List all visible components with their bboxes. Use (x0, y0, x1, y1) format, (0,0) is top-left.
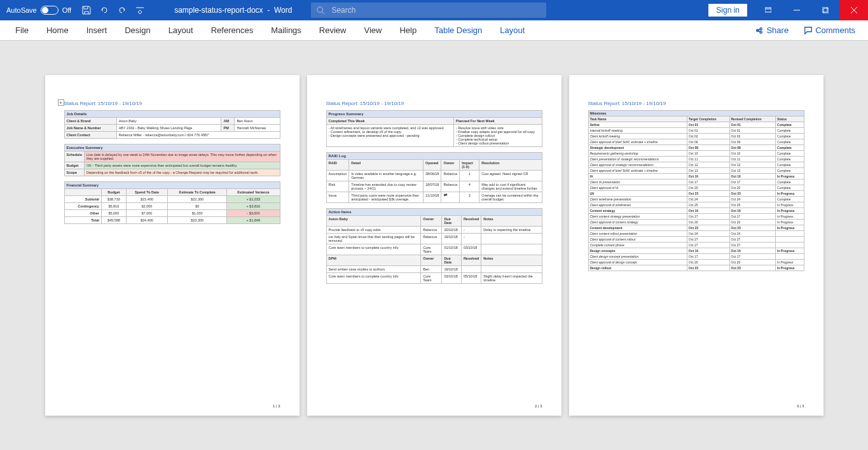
financial-summary-table[interactable]: Financial Summary BudgetSpend To DateEst… (64, 181, 280, 224)
page-number: 3 | 3 (797, 404, 804, 408)
page-number: 1 | 3 (273, 404, 280, 408)
save-icon[interactable] (81, 5, 92, 15)
page-1: + Status Report: 15/10/19 - 19/10/19 Job… (45, 75, 300, 416)
tab-design[interactable]: Design (116, 20, 159, 40)
tab-references[interactable]: References (202, 20, 262, 40)
sign-in-button[interactable]: Sign in (708, 4, 747, 17)
minimize-button[interactable] (782, 0, 811, 20)
tab-home[interactable]: Home (38, 20, 78, 40)
svg-point-0 (317, 7, 323, 13)
tab-insert[interactable]: Insert (78, 20, 116, 40)
page-3: Status Report: 15/10/19 - 19/10/19 Miles… (569, 75, 823, 416)
tab-view[interactable]: View (355, 20, 390, 40)
autosave-label: AutoSave (6, 6, 37, 14)
autosave-toggle[interactable]: AutoSave Off (0, 6, 78, 15)
exec-summary-table[interactable]: Executive Summary ScheduleLive date is d… (64, 144, 280, 176)
page-title: Status Report: 15/10/19 - 19/10/19 (64, 101, 280, 106)
raid-log-table[interactable]: RAID Log RAIDDetailOpenedOwnerImpact (1-… (326, 152, 542, 203)
tab-layout[interactable]: Layout (160, 20, 202, 40)
title-bar: AutoSave Off sample-status-report-docx -… (0, 0, 868, 20)
document-title: sample-status-report-docx - Word (174, 6, 292, 15)
page-number: 2 | 3 (535, 404, 542, 408)
tab-layout[interactable]: Layout (491, 20, 534, 40)
qat-customize-icon[interactable] (135, 5, 145, 15)
search-box[interactable]: Search (311, 3, 546, 18)
page-title: Status Report: 15/10/19 - 19/10/19 (588, 101, 804, 106)
svg-rect-3 (823, 8, 829, 13)
autosave-state: Off (62, 6, 71, 14)
tab-help[interactable]: Help (390, 20, 425, 40)
page-title: Status Report: 15/10/19 - 19/10/19 (326, 101, 542, 106)
maximize-button[interactable] (811, 0, 839, 20)
svg-rect-2 (822, 7, 827, 12)
document-area[interactable]: + Status Report: 15/10/19 - 19/10/19 Job… (0, 41, 868, 450)
search-placeholder: Search (331, 6, 355, 15)
ribbon-display-button[interactable] (754, 0, 782, 20)
undo-icon[interactable] (99, 5, 109, 15)
job-details-table[interactable]: Job Details Client & BrandAston BabyAMBe… (64, 110, 280, 139)
milestones-table[interactable]: Milestones Task NameTarget CompletionRev… (588, 110, 804, 271)
table-move-handle-icon[interactable]: + (58, 99, 64, 106)
redo-icon[interactable] (117, 5, 127, 15)
toggle-icon (41, 6, 59, 15)
tab-file[interactable]: File (6, 20, 38, 40)
progress-summary-table[interactable]: Progress Summary Completed This WeekPlan… (326, 110, 542, 147)
page-2: Status Report: 15/10/19 - 19/10/19 Progr… (307, 75, 561, 416)
close-button[interactable] (839, 0, 868, 20)
svg-rect-1 (765, 8, 771, 12)
tab-mailings[interactable]: Mailings (262, 20, 310, 40)
tab-review[interactable]: Review (310, 20, 355, 40)
ribbon-tabs: FileHomeInsertDesignLayoutReferencesMail… (0, 20, 868, 41)
share-button[interactable]: Share (748, 25, 795, 35)
search-icon (316, 6, 325, 15)
tab-table-design[interactable]: Table Design (425, 20, 491, 40)
comments-button[interactable]: Comments (797, 25, 862, 35)
action-items-table[interactable]: Action Items Aston BabyOwnerDue DateReso… (326, 208, 542, 284)
